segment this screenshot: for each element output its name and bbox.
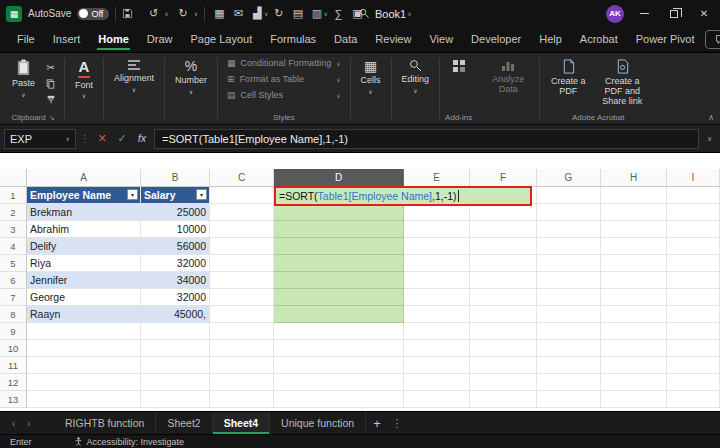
cell-H11[interactable] bbox=[601, 357, 667, 374]
row-header-5[interactable]: 5 bbox=[0, 255, 27, 272]
cell-B6[interactable]: 34000 bbox=[141, 272, 210, 289]
cell-E6[interactable] bbox=[404, 272, 470, 289]
column-header-H[interactable]: H bbox=[601, 169, 667, 187]
cell-F11[interactable] bbox=[470, 357, 537, 374]
insert-function-icon[interactable]: fx bbox=[134, 133, 150, 144]
cell-H7[interactable] bbox=[601, 289, 667, 306]
cell-D11[interactable] bbox=[274, 357, 404, 374]
tab-data[interactable]: Data bbox=[325, 28, 366, 51]
cell-E11[interactable] bbox=[404, 357, 470, 374]
cell-B10[interactable] bbox=[141, 340, 210, 357]
cell-A6[interactable]: Jennifer bbox=[27, 272, 141, 289]
cell-D6[interactable] bbox=[274, 272, 404, 289]
undo-icon[interactable]: ↺ bbox=[145, 7, 162, 20]
cell-G3[interactable] bbox=[537, 221, 601, 238]
excel-logo-icon[interactable]: ▦ bbox=[6, 6, 22, 22]
cell-F6[interactable] bbox=[470, 272, 537, 289]
cell-C6[interactable] bbox=[210, 272, 274, 289]
tab-power-pivot[interactable]: Power Pivot bbox=[627, 28, 704, 51]
cell-E2[interactable] bbox=[404, 204, 470, 221]
row-header-10[interactable]: 10 bbox=[0, 340, 27, 357]
cell-styles-button[interactable]: ▤ Cell Styles ∨ bbox=[223, 87, 344, 103]
cell-G9[interactable] bbox=[537, 323, 601, 340]
cell-E12[interactable] bbox=[404, 374, 470, 391]
accessibility-status[interactable]: Accessibility: Investigate bbox=[74, 437, 185, 447]
cell-F7[interactable] bbox=[470, 289, 537, 306]
filter-button[interactable]: ▾ bbox=[127, 189, 138, 200]
name-box[interactable]: EXP ∨ bbox=[4, 129, 76, 149]
row-header-3[interactable]: 3 bbox=[0, 221, 27, 238]
cancel-icon[interactable]: ✕ bbox=[94, 132, 110, 145]
cell-I1[interactable] bbox=[667, 187, 720, 204]
cell-I7[interactable] bbox=[667, 289, 720, 306]
cell-H2[interactable] bbox=[601, 204, 667, 221]
tab-insert[interactable]: Insert bbox=[44, 28, 90, 51]
cell-G6[interactable] bbox=[537, 272, 601, 289]
cell-H13[interactable] bbox=[601, 391, 667, 408]
cell-C10[interactable] bbox=[210, 340, 274, 357]
close-button[interactable]: ✕ bbox=[694, 4, 714, 24]
comments-button[interactable]: Comments bbox=[705, 30, 720, 49]
cell-F12[interactable] bbox=[470, 374, 537, 391]
sheet-tab-sheet2[interactable]: Sheet2 bbox=[156, 412, 212, 434]
cell-B3[interactable]: 10000 bbox=[141, 221, 210, 238]
cell-F13[interactable] bbox=[470, 391, 537, 408]
cell-F2[interactable] bbox=[470, 204, 537, 221]
cell-B5[interactable]: 32000 bbox=[141, 255, 210, 272]
sheet-nav-right-icon[interactable]: › bbox=[21, 417, 36, 429]
tab-formulas[interactable]: Formulas bbox=[261, 28, 325, 51]
create-pdf-button[interactable]: Create a PDF bbox=[545, 55, 591, 97]
copy-icon[interactable] bbox=[42, 76, 59, 91]
cell-F5[interactable] bbox=[470, 255, 537, 272]
cell-G12[interactable] bbox=[537, 374, 601, 391]
cell-G10[interactable] bbox=[537, 340, 601, 357]
cell-D8[interactable] bbox=[274, 306, 404, 323]
collapse-ribbon-icon[interactable]: ∧ bbox=[708, 113, 714, 122]
document-title-area[interactable]: Book1 ∨ bbox=[359, 8, 412, 20]
cell-C7[interactable] bbox=[210, 289, 274, 306]
cell-F10[interactable] bbox=[470, 340, 537, 357]
column-header-I[interactable]: I bbox=[667, 169, 720, 187]
row-header-7[interactable]: 7 bbox=[0, 289, 27, 306]
sheet-tab-rightb-function[interactable]: RIGHTB function bbox=[54, 412, 156, 434]
redo-icon[interactable]: ↻ bbox=[175, 7, 192, 20]
cell-A4[interactable]: Delify bbox=[27, 238, 141, 255]
format-as-table-button[interactable]: ⊞ Format as Table ∨ bbox=[223, 71, 344, 87]
cell-E3[interactable] bbox=[404, 221, 470, 238]
cell-H12[interactable] bbox=[601, 374, 667, 391]
sheet-tab-unique-function[interactable]: Unique function bbox=[270, 412, 366, 434]
tab-review[interactable]: Review bbox=[366, 28, 420, 51]
row-header-11[interactable]: 11 bbox=[0, 357, 27, 374]
cell-D5[interactable] bbox=[274, 255, 404, 272]
cell-F4[interactable] bbox=[470, 238, 537, 255]
cell-F3[interactable] bbox=[470, 221, 537, 238]
cell-E7[interactable] bbox=[404, 289, 470, 306]
cell-H1[interactable] bbox=[601, 187, 667, 204]
cell-G8[interactable] bbox=[537, 306, 601, 323]
cells-button[interactable]: ▦ Cells ∨ bbox=[356, 55, 386, 95]
cell-G7[interactable] bbox=[537, 289, 601, 306]
formula-input[interactable]: =SORT(Table1[Employee Name],1,-1) bbox=[154, 129, 699, 149]
cell-D10[interactable] bbox=[274, 340, 404, 357]
cell-I11[interactable] bbox=[667, 357, 720, 374]
create-pdf-share-link-button[interactable]: Create a PDF and Share link bbox=[593, 55, 651, 107]
column-header-A[interactable]: A bbox=[27, 169, 141, 187]
cell-C11[interactable] bbox=[210, 357, 274, 374]
cell-A8[interactable]: Raayn bbox=[27, 306, 141, 323]
tab-file[interactable]: File bbox=[8, 28, 44, 51]
tab-acrobat[interactable]: Acrobat bbox=[571, 28, 627, 51]
cell-G11[interactable] bbox=[537, 357, 601, 374]
mail-icon[interactable]: ✉ bbox=[230, 7, 247, 20]
cell-I6[interactable] bbox=[667, 272, 720, 289]
cell-G5[interactable] bbox=[537, 255, 601, 272]
cell-H4[interactable] bbox=[601, 238, 667, 255]
tab-draw[interactable]: Draw bbox=[138, 28, 182, 51]
cell-I5[interactable] bbox=[667, 255, 720, 272]
cell-C13[interactable] bbox=[210, 391, 274, 408]
cell-H10[interactable] bbox=[601, 340, 667, 357]
cell-A13[interactable] bbox=[27, 391, 141, 408]
cell-A7[interactable]: George bbox=[27, 289, 141, 306]
cell-B11[interactable] bbox=[141, 357, 210, 374]
cell-D7[interactable] bbox=[274, 289, 404, 306]
column-header-D[interactable]: D bbox=[274, 169, 404, 187]
